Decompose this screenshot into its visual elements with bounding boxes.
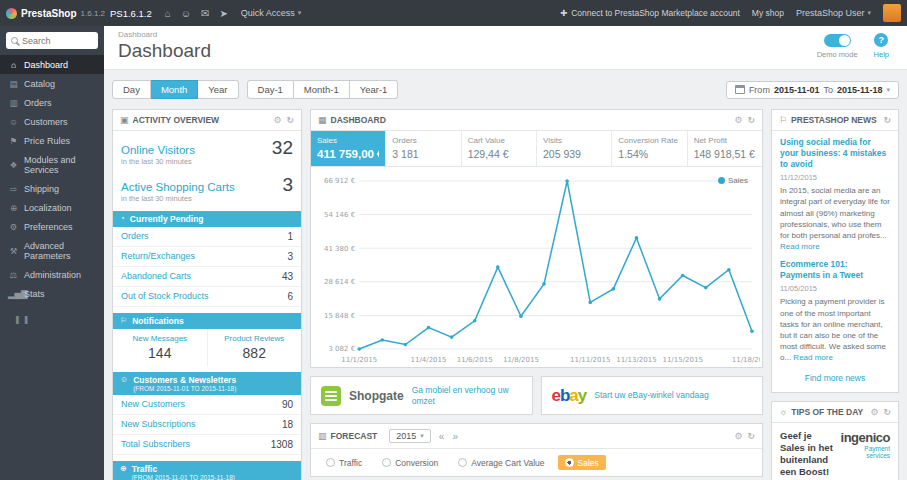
forecast-next-button[interactable]: » [452,431,458,442]
new-messages-cell[interactable]: New Messages 144 [113,329,207,366]
connect-label: Connect to PrestaShop Marketplace accoun… [571,8,740,18]
news-article-link[interactable]: Ecommerce 101: Payments in a Tweet [780,259,890,281]
read-more-link[interactable]: Read more [793,353,833,362]
read-more-link[interactable]: Read more [780,242,820,251]
chevron-down-icon: ▾ [867,9,871,17]
new-subscriptions-row[interactable]: New Subscriptions 18 [113,415,301,435]
gear-icon[interactable]: ⚙ [273,115,281,125]
shopgate-promo[interactable]: Shopgate Ga mobiel en verhoog uw omzet [310,376,533,415]
active-carts-value: 3 [282,174,293,196]
kpi-tab-visits[interactable]: Visits 205 939 [537,131,612,166]
refresh-icon[interactable]: ↻ [883,407,891,417]
sidebar-item-advanced-parameters[interactable]: ⚒ Advanced Parameters [0,236,104,265]
sidebar-item-catalog[interactable]: ▤ Catalog [0,74,104,93]
sidebar-search[interactable] [6,32,98,49]
product-reviews-cell[interactable]: Product Reviews 882 [207,329,302,366]
tip-header: Geef je Sales in het buitenland een Boos… [772,423,898,480]
gear-icon[interactable]: ⚙ [734,431,742,441]
news-panel-icon: ⚐ [779,115,787,125]
find-more-news-link[interactable]: Find more news [780,370,890,388]
ebay-promo[interactable]: ebay Start uw eBay-winkel vandaag [541,376,764,415]
kpi-tab-orders[interactable]: Orders 3 181 [386,131,461,166]
shopgate-promo-link[interactable]: Ga mobiel en verhoog uw omzet [412,385,522,406]
pending-orders-row[interactable]: Orders 1 [113,227,301,247]
refresh-icon[interactable]: ↻ [747,431,755,441]
out-of-stock-row[interactable]: Out of Stock Products 6 [113,287,301,307]
gear-icon[interactable]: ⚙ [870,407,878,417]
user-menu[interactable]: PrestaShop User ▾ [796,8,871,18]
search-input[interactable] [22,36,93,46]
brand-name: PrestaShop [21,8,77,19]
forecast-metric-conversion[interactable]: Conversion [375,455,445,470]
new-customers-row[interactable]: New Customers 90 [113,395,301,415]
forecast-year-select[interactable]: 2015 ▾ [389,429,431,443]
online-visitors-metric[interactable]: Online Visitors 32 in the last 30 minute… [113,131,301,168]
forecast-metric-average-cart-value[interactable]: Average Cart Value [451,455,551,470]
filter-month-button[interactable]: Month [151,80,198,99]
help-label[interactable]: Help [874,50,889,59]
refresh-icon[interactable]: ↻ [883,115,891,125]
sidebar-item-shipping[interactable]: ⇨ Shipping [0,179,104,198]
sidebar-item-stats[interactable]: ▂▅▇ Stats [0,284,104,303]
refresh-icon[interactable]: ↻ [286,115,294,125]
storefront-icon[interactable]: ⌂ [165,8,171,19]
news-article-link[interactable]: Using social media for your business: 4 … [780,137,890,170]
panel-title: PRESTASHOP NEWS [791,115,877,125]
sidebar-item-dashboard[interactable]: ⌂ Dashboard [0,55,104,74]
section-title: Traffic [132,464,235,474]
forecast-metric-traffic[interactable]: Traffic [319,455,369,470]
filter-year-button[interactable]: Year [198,80,238,99]
customers-quick-icon[interactable]: ☺ [181,8,191,19]
quick-access-menu[interactable]: Quick Access ▾ [241,8,302,18]
sidebar-item-modules[interactable]: ❖ Modules and Services [0,150,104,179]
kpi-tab-sales[interactable]: Sales 411 759,00 € [311,131,386,166]
sales-legend-label: Sales [728,176,748,185]
notifications-header: ⚐ Notifications [113,313,301,329]
marketplace-connect-link[interactable]: ✚ Connect to PrestaShop Marketplace acco… [560,8,740,18]
sidebar-item-customers[interactable]: ☺ Customers [0,112,104,131]
forecast-prev-button[interactable]: « [439,431,445,442]
left-column: ▣ ACTIVITY OVERVIEW ⚙ ↻ Online Visitors … [112,109,302,480]
sidebar-item-label: Dashboard [24,60,68,70]
kpi-tab-cart-value[interactable]: Cart Value 129,44 € [462,131,537,166]
date-range-picker[interactable]: From 2015-11-01 To 2015-11-18 ▾ [726,81,899,99]
filter-day-minus-1-button[interactable]: Day-1 [247,80,294,99]
user-avatar[interactable] [883,4,901,22]
forecast-metric-sales[interactable]: Sales [558,455,606,470]
sidebar-item-label: Price Rules [24,136,70,146]
rocket-icon[interactable]: ➤ [219,8,227,19]
abandoned-carts-row[interactable]: Abandoned Carts 43 [113,267,301,287]
demo-mode-toggle[interactable] [824,34,851,47]
breadcrumb[interactable]: Dashboard [118,30,211,39]
kpi-value: 205 939 [543,148,605,160]
tip-headline: Geef je Sales in het buitenland een Boos… [780,430,835,478]
main-area: Dashboard Dashboard Demo mode ? Help Day… [104,26,907,480]
shop-name-link[interactable]: PS1.6.1.2 [110,8,152,19]
filter-month-minus-1-button[interactable]: Month-1 [294,80,350,99]
filter-year-minus-1-button[interactable]: Year-1 [350,80,399,99]
sidebar-item-preferences[interactable]: ⚙ Preferences [0,217,104,236]
modules-icon: ❖ [8,160,19,170]
kpi-tab-net-profit[interactable]: Net Profit 148 918,51 € [688,131,762,166]
chart-legend[interactable]: Sales [718,176,748,185]
my-shop-link[interactable]: My shop [752,8,784,18]
active-carts-metric[interactable]: Active Shopping Carts 3 in the last 30 m… [113,168,301,205]
sidebar-item-administration[interactable]: ⚖ Administration [0,265,104,284]
sidebar-item-price-rules[interactable]: ⚑ Price Rules [0,131,104,150]
pending-returns-row[interactable]: Return/Exchanges 3 [113,247,301,267]
news-date: 11/05/2015 [780,284,890,293]
sidebar-item-orders[interactable]: ▥ Orders [0,93,104,112]
sidebar-collapse-button[interactable]: ❚❚ [14,315,104,324]
filter-day-button[interactable]: Day [112,80,151,99]
kpi-tab-conversion-rate[interactable]: Conversion Rate 1.54% [612,131,687,166]
gear-icon[interactable]: ⚙ [734,115,742,125]
messages-icon[interactable]: ✉ [201,8,209,19]
prestashop-logo[interactable]: PrestaShop 1.6.1.2 [0,8,104,19]
total-subscribers-row[interactable]: Total Subscribers 1308 [113,435,301,455]
refresh-icon[interactable]: ↻ [747,115,755,125]
sidebar-item-label: Customers [24,117,68,127]
sidebar-item-localization[interactable]: ⊕ Localization [0,198,104,217]
ebay-promo-link[interactable]: Start uw eBay-winkel vandaag [594,390,708,401]
help-icon[interactable]: ? [874,33,888,47]
svg-text:28 614 €: 28 614 € [324,277,355,286]
